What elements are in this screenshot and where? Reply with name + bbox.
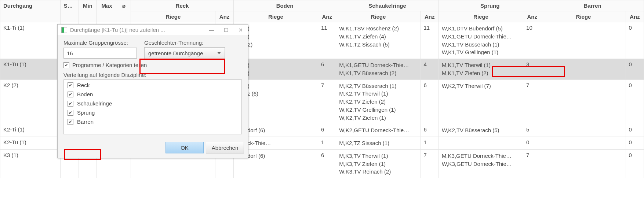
riege-cell: M,K2,TZ Sissach (1)	[336, 137, 421, 150]
riege-cell: M,K1,GETU Dorneck-Thie…M,K1,TV Büsserach…	[336, 59, 421, 80]
close-icon[interactable]: ✕	[237, 27, 244, 33]
col-group-sprung[interactable]: Sprung	[439, 0, 541, 11]
dialog-title: Durchgänge [K1-Tu (1)] neu zuteilen ...	[70, 27, 205, 33]
cell: 7	[523, 149, 541, 178]
cell: 6	[318, 124, 336, 137]
cell: 1	[318, 137, 336, 150]
riege-cell: W,K1,DTV Bubendorf (5)W,K1,GETU Dorneck-…	[439, 22, 523, 59]
split-programs-label: Programme / Kategorien teilen	[72, 62, 147, 68]
max-group-label: Maximale Gruppengrösse:	[63, 40, 137, 46]
col-max[interactable]: Max	[97, 0, 117, 22]
col-group-ringe[interactable]: Schaukelringe	[336, 0, 439, 11]
col-group-barren[interactable]: Barren	[541, 0, 644, 11]
riege-cell	[541, 79, 626, 124]
discipline-listbox[interactable]: ReckBodenSchaukelringeSprungBarren	[63, 79, 242, 134]
minimize-icon[interactable]: —	[208, 27, 215, 33]
cell: 4	[421, 59, 439, 80]
cell: 0	[626, 22, 644, 59]
discipline-item[interactable]: Boden	[64, 90, 241, 99]
cell: 6	[421, 79, 439, 124]
ok-button[interactable]: OK	[165, 142, 204, 153]
gender-label: Geschlechter-Trennung:	[144, 40, 203, 46]
gender-separation-combo[interactable]: getrennte Durchgänge	[144, 47, 225, 59]
cell: 0	[626, 149, 644, 178]
cell: K2 (2)	[0, 79, 61, 124]
cell: 0	[626, 137, 644, 150]
reassign-dialog: Durchgänge [K1-Tu (1)] neu zuteilen ... …	[57, 24, 248, 158]
discipline-checkbox[interactable]	[68, 92, 73, 97]
col-riege[interactable]: Riege	[131, 11, 215, 22]
col-durchgang[interactable]: Durchgang	[0, 0, 61, 22]
cell: 1	[421, 137, 439, 150]
col-riege[interactable]: Riege	[439, 11, 523, 22]
cell: K3 (1)	[0, 149, 61, 178]
discipline-checkbox[interactable]	[68, 110, 73, 116]
discipline-item[interactable]: Barren	[64, 117, 241, 126]
cell: 6	[318, 149, 336, 178]
cell: 6	[421, 124, 439, 137]
col-anz[interactable]: Anz	[215, 11, 233, 22]
riege-cell: M,K1,TV Therwil (1)M,K1,TV Ziefen (2)	[439, 59, 523, 80]
riege-cell: W,K1,TSV Röschenz (2)W,K1,TV Ziefen (4)W…	[336, 22, 421, 59]
gender-combo-value: getrennte Durchgänge	[148, 50, 203, 56]
riege-cell: W,K2,TV Therwil (7)	[439, 79, 523, 124]
discipline-item[interactable]: Reck	[64, 81, 241, 90]
cell: 10	[523, 22, 541, 59]
col-anz[interactable]: Anz	[318, 11, 336, 22]
cell: 0	[626, 79, 644, 124]
cell: K2-Tu (1)	[0, 137, 61, 150]
col-min[interactable]: Min	[79, 0, 97, 22]
discipline-item[interactable]: Sprung	[64, 108, 241, 117]
col-anz[interactable]: Anz	[523, 11, 541, 22]
riege-cell	[541, 137, 626, 150]
riege-cell: M,K2,TV Büsserach (1)M,K2,TV Therwil (1)…	[336, 79, 421, 124]
discipline-label: Boden	[77, 91, 93, 97]
riege-cell: W,K2,TV Büsserach (5)	[439, 124, 523, 137]
discipline-label: Reck	[77, 82, 90, 88]
riege-cell	[439, 137, 523, 150]
cell: 0	[626, 124, 644, 137]
riege-cell: W,K2,GETU Dorneck-Thie…	[336, 124, 421, 137]
dialog-title-bar[interactable]: Durchgänge [K1-Tu (1)] neu zuteilen ... …	[58, 25, 248, 35]
discipline-label: Schaukelringe	[77, 100, 112, 107]
riege-cell	[541, 22, 626, 59]
cell: 7	[421, 149, 439, 178]
col-anz[interactable]: Anz	[421, 11, 439, 22]
riege-cell: M,K3,TV Therwil (1)M,K3,TV Ziefen (1)W,K…	[336, 149, 421, 178]
discipline-checkbox[interactable]	[68, 101, 73, 107]
discipline-label: Sprung	[77, 109, 95, 116]
riege-cell: M,K3,GETU Dorneck-Thie…W,K3,GETU Dorneck…	[439, 149, 523, 178]
cell: 11	[421, 22, 439, 59]
cell: K2-Ti (1)	[0, 124, 61, 137]
cancel-button[interactable]: Abbrechen	[206, 142, 244, 153]
col-riege[interactable]: Riege	[541, 11, 626, 22]
col-avg[interactable]: ø	[117, 0, 131, 22]
col-riege[interactable]: Riege	[336, 11, 421, 22]
col-anz[interactable]: Anz	[626, 11, 644, 22]
cell: 7	[318, 79, 336, 124]
col-riege[interactable]: Riege	[233, 11, 318, 22]
cell: 11	[318, 22, 336, 59]
split-programs-checkbox[interactable]	[63, 62, 69, 68]
cell: 7	[523, 79, 541, 124]
cell: K1-Ti (1)	[0, 22, 61, 59]
chevron-down-icon	[217, 52, 221, 54]
discipline-checkbox[interactable]	[68, 119, 73, 125]
maximize-icon[interactable]: ☐	[223, 27, 229, 33]
riege-cell	[541, 124, 626, 137]
discipline-item[interactable]: Schaukelringe	[64, 99, 241, 108]
distribution-label: Verteilung auf folgende Diszipline:	[63, 72, 242, 78]
window-icon	[61, 27, 67, 33]
cell: 0	[626, 59, 644, 80]
cell: 3	[523, 59, 541, 80]
max-group-input[interactable]	[63, 48, 137, 59]
cell: 0	[523, 137, 541, 150]
cell: 6	[318, 59, 336, 80]
riege-cell	[541, 59, 626, 80]
col-sum[interactable]: Sum	[61, 0, 79, 22]
col-group-reck[interactable]: Reck	[131, 0, 234, 11]
col-group-boden[interactable]: Boden	[233, 0, 336, 11]
cell: K1-Tu (1)	[0, 59, 61, 80]
discipline-checkbox[interactable]	[68, 82, 73, 88]
discipline-label: Barren	[77, 119, 94, 125]
